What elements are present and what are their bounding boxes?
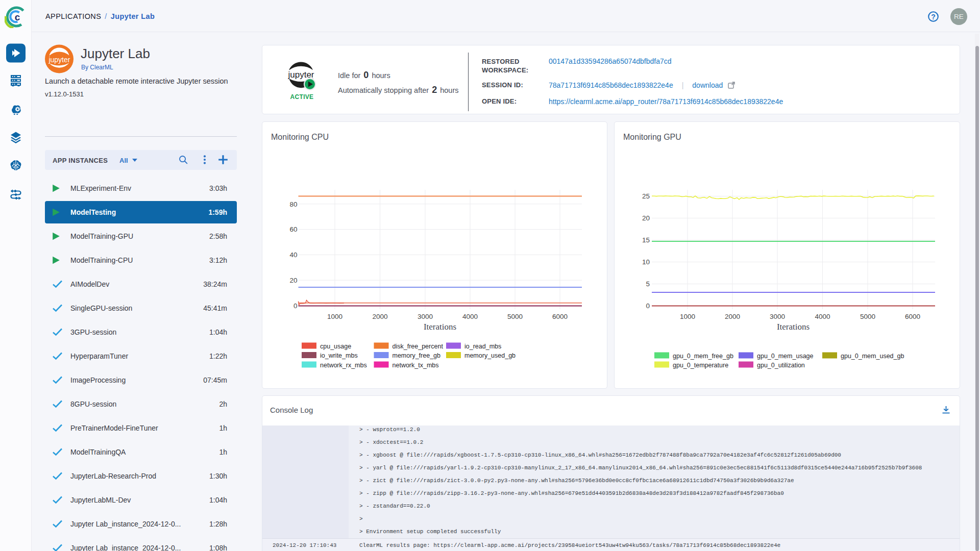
svg-text:gpu_0_utilization: gpu_0_utilization <box>757 362 805 369</box>
svg-text:io_write_mbs: io_write_mbs <box>320 352 358 359</box>
svg-text:1000: 1000 <box>680 313 695 320</box>
svg-text:network_rx_mbs: network_rx_mbs <box>320 362 367 369</box>
svg-text:20: 20 <box>642 214 650 222</box>
svg-text:5000: 5000 <box>860 313 875 320</box>
svg-text:15: 15 <box>642 236 650 244</box>
svg-text:6000: 6000 <box>905 313 920 320</box>
svg-text:3000: 3000 <box>770 313 785 320</box>
svg-text:gpu_0_temperature: gpu_0_temperature <box>673 362 728 369</box>
svg-text:80: 80 <box>289 201 297 208</box>
svg-text:Iterations: Iterations <box>424 322 456 332</box>
svg-text:gpu_0_mem_free_gb: gpu_0_mem_free_gb <box>673 353 733 360</box>
svg-text:io_read_mbs: io_read_mbs <box>464 343 501 350</box>
svg-text:1000: 1000 <box>327 313 342 320</box>
svg-text:memory_free_gb: memory_free_gb <box>393 352 441 359</box>
svg-text:jupyter: jupyter <box>288 70 314 80</box>
svg-text:gpu_0_mem_used_gb: gpu_0_mem_used_gb <box>841 353 904 360</box>
svg-text:gpu_0_mem_usage: gpu_0_mem_usage <box>757 353 814 360</box>
svg-text:6000: 6000 <box>552 313 568 320</box>
svg-text:5: 5 <box>646 280 650 288</box>
svg-text:cpu_usage: cpu_usage <box>320 343 351 350</box>
svg-text:c: c <box>15 12 20 22</box>
svg-text:4000: 4000 <box>815 313 830 320</box>
svg-text:60: 60 <box>289 226 297 233</box>
svg-text:0: 0 <box>293 302 298 310</box>
svg-text:?: ? <box>931 13 936 21</box>
svg-text:Iterations: Iterations <box>777 322 810 332</box>
svg-text:3000: 3000 <box>418 313 433 320</box>
svg-text:disk_free_percent: disk_free_percent <box>393 343 444 350</box>
svg-text:network_tx_mbs: network_tx_mbs <box>393 362 439 369</box>
svg-text:4000: 4000 <box>462 313 478 320</box>
svg-text:2000: 2000 <box>372 313 387 320</box>
svg-text:10: 10 <box>642 258 650 266</box>
svg-text:40: 40 <box>289 251 297 259</box>
svg-text:5000: 5000 <box>507 313 523 320</box>
svg-text:20: 20 <box>289 277 297 284</box>
svg-text:25: 25 <box>642 192 650 200</box>
svg-text:memory_used_gb: memory_used_gb <box>464 352 516 359</box>
svg-text:2000: 2000 <box>725 313 740 320</box>
svg-text:jupyter: jupyter <box>48 56 70 64</box>
svg-text:0: 0 <box>646 302 650 310</box>
